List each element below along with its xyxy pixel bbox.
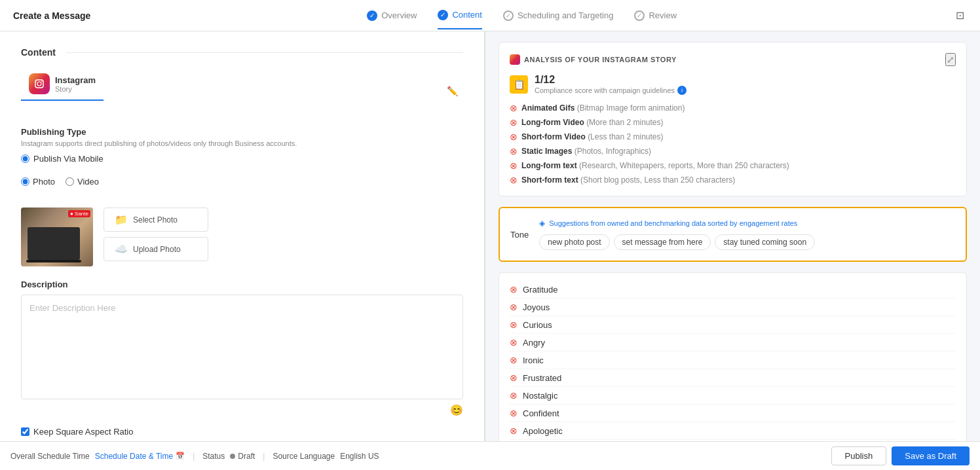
step-scheduling[interactable]: ✓ Scheduling and Targeting	[503, 10, 614, 21]
photo-option[interactable]: Photo	[21, 177, 55, 187]
svg-point-2	[41, 81, 43, 82]
svg-point-1	[37, 82, 41, 86]
analysis-card: ANALYSIS OF YOUR INSTAGRAM STORY ⤢ 📋 1/1…	[499, 42, 967, 196]
step-review-label: Review	[649, 10, 677, 20]
channel-name: Instagram	[55, 75, 96, 85]
page-title: Create a Message	[13, 10, 90, 21]
score-icon: 📋	[510, 75, 528, 94]
bottom-right: Publish Save as Draft	[831, 446, 970, 465]
svg-rect-0	[35, 80, 43, 88]
emoji-footer: 😊	[21, 404, 463, 416]
tone-item-9[interactable]: ⊗ Challenging	[510, 440, 956, 441]
x-icon-2: ⊗	[510, 132, 518, 142]
bottom-left: Overall Schedule Time Schedule Date & Ti…	[10, 452, 379, 461]
tone-x-icon-1: ⊗	[510, 302, 518, 312]
suggestions-header: ◈ Suggestions from owned and benchmarkin…	[539, 219, 955, 228]
schedule-link[interactable]: Schedule Date & Time 📅	[95, 452, 185, 461]
emoji-icon[interactable]: 😊	[450, 404, 463, 416]
analysis-expand-button[interactable]: ⤢	[945, 53, 956, 66]
edit-channel-button[interactable]: ✏️	[447, 86, 458, 96]
step-review[interactable]: ✓ Review	[634, 10, 677, 21]
media-type-section: Photo Video	[21, 177, 463, 197]
tone-item-3[interactable]: ⊗ Angry	[510, 334, 956, 352]
x-icon-1: ⊗	[510, 117, 518, 128]
expand-button[interactable]: ⊡	[953, 7, 967, 24]
status-value-row: Draft	[230, 452, 255, 461]
photo-options: 📁 Select Photo ☁️ Upload Photo	[104, 208, 208, 261]
tone-item-4[interactable]: ⊗ Ironic	[510, 352, 956, 369]
score-info-icon[interactable]: i	[677, 86, 687, 95]
bottom-bar: Overall Schedule Time Schedule Date & Ti…	[0, 441, 980, 470]
right-panel: ANALYSIS OF YOUR INSTAGRAM STORY ⤢ 📋 1/1…	[485, 31, 980, 441]
main-layout: Content Instagram Story ✏️	[0, 31, 980, 441]
tone-list: ⊗ Gratitude ⊗ Joyous ⊗ Curious ⊗ Angry ⊗…	[499, 272, 967, 441]
tone-x-icon-8: ⊗	[510, 425, 518, 436]
tone-name-1: Joyous	[523, 302, 550, 312]
tone-x-icon-5: ⊗	[510, 372, 518, 383]
instagram-tab[interactable]: Instagram Story	[21, 68, 104, 101]
source-language-label: Source Language	[273, 452, 335, 461]
select-photo-button[interactable]: 📁 Select Photo	[104, 208, 208, 232]
keep-square-label: Keep Square Aspect Ratio	[33, 427, 134, 437]
suggestions-header-text: Suggestions from owned and benchmarking …	[549, 219, 797, 227]
tone-name-5: Frustrated	[523, 373, 561, 383]
tone-name-6: Nostalgic	[523, 391, 557, 401]
photo-label: Photo	[33, 177, 55, 187]
keep-square-checkbox[interactable]	[21, 427, 29, 436]
schedule-link-icon: 📅	[176, 452, 185, 460]
tone-x-icon-6: ⊗	[510, 390, 518, 401]
video-radio[interactable]	[66, 177, 74, 186]
schedule-link-text: Schedule Date & Time	[95, 452, 173, 461]
chip-0[interactable]: new photo post	[539, 234, 609, 250]
status-value: Draft	[238, 452, 255, 461]
content-section-header: Content	[21, 47, 463, 58]
photo-radio[interactable]	[21, 177, 29, 186]
steps-nav: ✓ Overview ✓ Content ✓ Scheduling and Ta…	[367, 10, 677, 22]
tone-name-0: Gratitude	[523, 285, 557, 295]
upload-photo-label: Upload Photo	[133, 245, 181, 254]
check-item-5: ⊗ Short-form text (Short blog posts, Les…	[510, 175, 956, 185]
chip-1[interactable]: set message from here	[614, 234, 711, 250]
compliance-check-list: ⊗ Animated Gifs (Bitmap Image form anima…	[510, 103, 956, 185]
tone-x-icon-7: ⊗	[510, 408, 518, 418]
x-icon-5: ⊗	[510, 175, 518, 185]
tone-x-icon-0: ⊗	[510, 284, 518, 295]
photo-area: ● Sante 📁 Select Photo ☁️ Upload Photo	[21, 208, 463, 266]
tone-item-2[interactable]: ⊗ Curious	[510, 316, 956, 334]
description-textarea[interactable]	[21, 295, 463, 399]
check-item-1: ⊗ Long-form Video (More than 2 minutes)	[510, 117, 956, 128]
upload-photo-button[interactable]: ☁️ Upload Photo	[104, 237, 208, 261]
step-content[interactable]: ✓ Content	[438, 10, 482, 29]
instagram-icon	[29, 73, 50, 94]
description-section: Description 😊	[21, 280, 463, 416]
step-overview-label: Overview	[381, 10, 417, 20]
publish-via-mobile-option[interactable]: Publish Via Mobile	[21, 154, 463, 164]
tone-label-col: Tone	[510, 219, 529, 250]
publish-via-mobile-radio[interactable]	[21, 154, 29, 163]
save-as-draft-button[interactable]: Save as Draft	[892, 446, 970, 465]
tone-item-5[interactable]: ⊗ Frustrated	[510, 369, 956, 387]
step-overview-icon: ✓	[367, 10, 377, 21]
tone-x-icon-4: ⊗	[510, 355, 518, 365]
status-label: Status	[202, 452, 225, 461]
select-photo-label: Select Photo	[133, 215, 178, 225]
tone-item-6[interactable]: ⊗ Nostalgic	[510, 387, 956, 405]
tone-item-7[interactable]: ⊗ Confident	[510, 405, 956, 422]
keep-square-row[interactable]: Keep Square Aspect Ratio	[21, 427, 463, 437]
overall-schedule-label: Overall Schedule Time	[10, 452, 90, 461]
publish-via-mobile-label: Publish Via Mobile	[33, 154, 104, 164]
score-label: Compliance score with campaign guideline…	[535, 86, 687, 95]
video-option[interactable]: Video	[66, 177, 99, 187]
tone-item-0[interactable]: ⊗ Gratitude	[510, 281, 956, 298]
score-row: 📋 1/12 Compliance score with campaign gu…	[510, 74, 956, 95]
tone-label: Tone	[510, 230, 529, 240]
tone-item-1[interactable]: ⊗ Joyous	[510, 298, 956, 316]
step-content-label: Content	[452, 10, 482, 20]
analysis-ig-icon	[510, 54, 520, 65]
channel-type: Story	[55, 85, 96, 93]
chip-2[interactable]: stay tuned coming soon	[715, 234, 815, 250]
tone-item-8[interactable]: ⊗ Apologetic	[510, 422, 956, 440]
video-label: Video	[77, 177, 99, 187]
step-overview[interactable]: ✓ Overview	[367, 10, 417, 21]
publish-button[interactable]: Publish	[831, 446, 887, 465]
